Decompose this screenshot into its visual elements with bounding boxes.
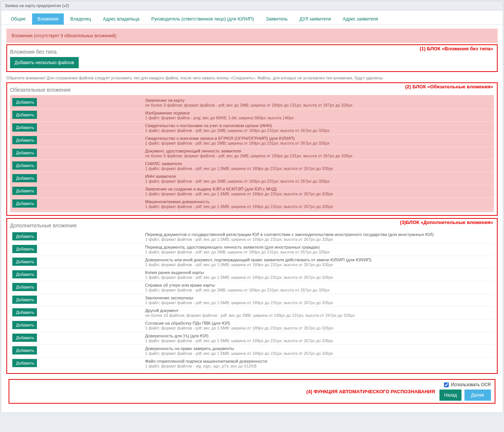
optional-add-button[interactable]: Добавить <box>12 346 37 354</box>
optional-row: ДобавитьДругой документне более 10 файло… <box>10 307 494 319</box>
tab-bar: ОбщееВложенияВладелецАдрес владельцаРуко… <box>1 10 503 25</box>
optional-add-button[interactable]: Добавить <box>12 270 37 278</box>
optional-add-button[interactable]: Добавить <box>12 245 37 253</box>
required-add-button[interactable]: Добавить <box>12 123 37 132</box>
optional-add-button[interactable]: Добавить <box>12 334 37 342</box>
optional-row: ДобавитьСогласие на обработку ПДн ПВК (д… <box>10 319 494 332</box>
required-desc: 1 файл; формат файлов - pdf; вес до 2MB;… <box>145 179 492 183</box>
add-multiple-files-button[interactable]: Добавить несколько файлов <box>10 57 79 68</box>
required-title: Документ, удостоверяющий личность заявит… <box>145 149 492 153</box>
required-desc: 1 файл; формат файлов - pdf; вес до 1.5M… <box>145 204 492 209</box>
missing-attachments-alert: Вложения (отсутствует 9 обязательных вло… <box>6 29 498 43</box>
optional-add-button[interactable]: Добавить <box>12 258 37 266</box>
required-title: Заявление на создание и выдачу КЭП и КСК… <box>145 187 492 191</box>
required-row: ДобавитьМашиночитаемая доверенность1 фай… <box>10 198 494 211</box>
ocr-checkbox[interactable] <box>444 382 449 387</box>
block-optional-header: Дополнительные вложения <box>10 221 76 231</box>
optional-title: Заключение экспертизы <box>145 296 492 300</box>
block-required-badge: (2) БЛОК «Обязательные вложения» <box>404 84 494 89</box>
tab-1[interactable]: Вложения <box>32 13 63 25</box>
required-row: ДобавитьИНН заявителя1 файл; формат файл… <box>10 173 494 185</box>
optional-row: ДобавитьПеревод документа, удостоверяюще… <box>10 243 494 256</box>
optional-desc: 1 файл; формат файлов - pdf; вес до 1.5M… <box>145 351 492 356</box>
optional-title: Согласие на обработку ПДн ПВК (для ЮЛ) <box>145 321 492 325</box>
optional-title: Доверенность или иной документ, подтверж… <box>145 258 492 262</box>
window-title: Заявка на карту предприятия (v2) <box>1 1 503 10</box>
optional-add-button[interactable]: Добавить <box>12 308 37 316</box>
required-add-button[interactable]: Добавить <box>12 136 37 144</box>
required-row: ДобавитьИзображение подписи1 файл; форма… <box>10 109 494 122</box>
tab-7[interactable]: Адрес заявителя <box>338 13 384 25</box>
block-optional: Дополнительные вложения (3)БЛОК «Дополни… <box>6 218 498 374</box>
optional-add-button[interactable]: Добавить <box>12 296 37 304</box>
optional-desc: 1 файл; формат файлов - pdf; вес до 1.5M… <box>145 338 492 343</box>
optional-add-button[interactable]: Добавить <box>12 321 37 329</box>
optional-desc: 1 файл; формат файлов - pdf; вес до 1.5M… <box>145 237 492 242</box>
optional-desc: 1 файл; формат файлов - pdf; вес до 2MB;… <box>145 288 492 292</box>
required-desc: 1 файл; формат файлов - pdf; вес до 2MB;… <box>145 128 492 133</box>
optional-title: Доверенность на право заверять документы <box>145 346 492 351</box>
optional-title: Справка об утере или краже карты <box>145 283 492 287</box>
ocr-row[interactable]: Использовать OCR <box>444 382 491 387</box>
required-add-button[interactable]: Добавить <box>12 161 37 170</box>
footer-block: (4) ФУНКЦИЯ АВТОМАТИЧЕСКОГО РАСПОЗНАВАНИ… <box>9 379 495 404</box>
block-optional-badge: (3)БЛОК «Дополнительные вложения» <box>399 220 494 225</box>
required-add-button[interactable]: Добавить <box>12 111 37 119</box>
optional-row: ДобавитьКопия ранее выданной карты1 файл… <box>10 269 494 281</box>
block-untyped-badge: (1) БЛОК «Вложения без типа» <box>419 46 494 51</box>
required-row: ДобавитьДокумент, удостоверяющий личност… <box>10 147 494 160</box>
optional-desc: 1 файл; формат файлов - pdf; вес до 2MB;… <box>145 250 492 254</box>
next-button[interactable]: Далее <box>464 390 491 401</box>
required-add-button[interactable]: Добавить <box>12 174 37 182</box>
required-title: Заявление на карту <box>145 98 492 103</box>
tab-5[interactable]: Заявитель <box>261 13 293 25</box>
optional-desc: 1 файл; формат файлов - pdf; вес до 1.5M… <box>145 300 492 305</box>
required-desc: 1 файл; формат файлов - pdf; вес до 2MB;… <box>145 141 492 145</box>
required-row: ДобавитьСНИЛС заявителя1 файл; формат фа… <box>10 160 494 173</box>
optional-row: ДобавитьФайл открепленной подписи машино… <box>10 357 494 370</box>
required-title: Свидетельство о постановке на учет в нал… <box>145 123 492 128</box>
required-desc: не более 5 файлов; формат файлов - pdf; … <box>145 154 492 158</box>
optional-row: ДобавитьДоверенность на право заверять д… <box>10 345 494 357</box>
required-add-button[interactable]: Добавить <box>12 149 37 157</box>
tab-0[interactable]: Общее <box>6 13 31 25</box>
optional-title: Перевод документа, удостоверяющего лично… <box>145 245 492 249</box>
optional-desc: 1 файл; формат файлов - pdf; вес до 1.5M… <box>145 275 492 280</box>
required-add-button[interactable]: Добавить <box>12 187 37 195</box>
tab-3[interactable]: Адрес владельца <box>98 13 145 25</box>
app-window: Заявка на карту предприятия (v2) ОбщееВл… <box>1 1 503 413</box>
required-row: ДобавитьСвидетельство о постановке на уч… <box>10 122 494 135</box>
optional-title: Копия ранее выданной карты <box>145 270 492 275</box>
tab-2[interactable]: Владелец <box>65 13 97 25</box>
required-title: ИНН заявителя <box>145 174 492 179</box>
optional-add-button[interactable]: Добавить <box>12 283 37 291</box>
tab-6[interactable]: ДУЛ заявителя <box>294 13 336 25</box>
optional-row: ДобавитьЗаключение экспертизы1 файл; фор… <box>10 294 494 307</box>
optional-row: ДобавитьСправка об утере или краже карты… <box>10 281 494 294</box>
optional-title: Перевод документов о государственной рег… <box>145 232 492 237</box>
content-area: Вложения (отсутствует 9 обязательных вло… <box>1 25 503 413</box>
required-desc: не более 3 файлов; формат файлов - pdf; … <box>145 103 492 107</box>
block-required: Обязательные вложения (2) БЛОК «Обязател… <box>6 82 498 216</box>
required-add-button[interactable]: Добавить <box>12 199 37 208</box>
back-button[interactable]: Назад <box>439 390 461 401</box>
ocr-label: Использовать OCR <box>451 382 491 387</box>
tab-4[interactable]: Руководитель (ответственное лицо) (для Ю… <box>146 13 259 25</box>
optional-desc: 1 файл; формат файлов - pdf; вес до 1.5M… <box>145 326 492 330</box>
required-title: Изображение подписи <box>145 111 492 115</box>
optional-add-button[interactable]: Добавить <box>12 232 37 240</box>
optional-title: Другой документ <box>145 308 492 313</box>
required-title: Машиночитаемая доверенность <box>145 199 492 204</box>
optional-title: Файл открепленной подписи машиночитаемой… <box>145 359 492 363</box>
required-desc: 1 файл; формат файлов - pdf; вес до 1.5M… <box>145 192 492 196</box>
required-desc: 1 файл; формат файлов - pdf; вес до 1.5M… <box>145 166 492 171</box>
save-note: Обратите внимание! Для сохранения файлов… <box>6 74 498 82</box>
optional-desc: 1 файл; формат файлов - sig, sign, sgn, … <box>145 364 492 368</box>
optional-row: ДобавитьДоверенность для УЦ (для ЮЛ)1 фа… <box>10 332 494 345</box>
block-untyped: Вложения без типа (1) БЛОК «Вложения без… <box>6 44 498 72</box>
required-title: СНИЛС заявителя <box>145 161 492 166</box>
optional-add-button[interactable]: Добавить <box>12 359 37 367</box>
block-required-header: Обязательные вложения <box>10 85 71 95</box>
optional-title: Доверенность для УЦ (для ЮЛ) <box>145 334 492 338</box>
required-add-button[interactable]: Добавить <box>12 98 37 106</box>
